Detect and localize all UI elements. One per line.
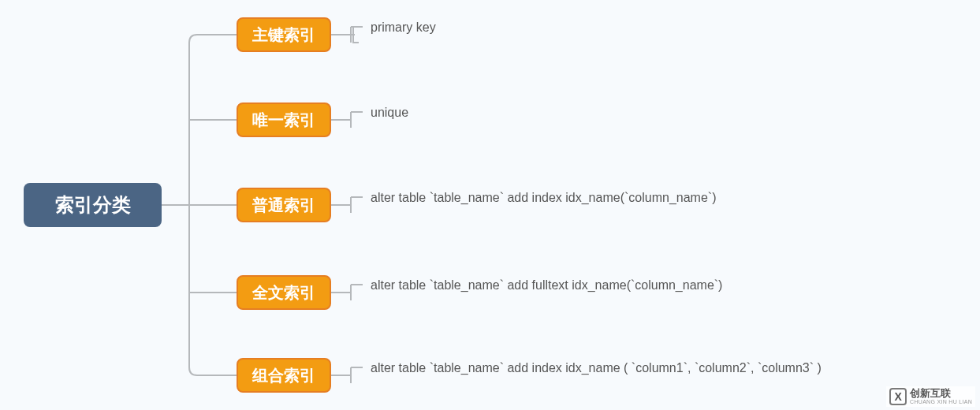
child-node-composite: 组合索引 [237, 358, 331, 393]
child-node-unique: 唯一索引 [237, 102, 331, 137]
watermark: X 创新互联 CHUANG XIN HU LIAN [886, 386, 975, 407]
child-label: 组合索引 [252, 365, 315, 386]
watermark-logo-icon: X [889, 388, 907, 405]
child-desc-fulltext: alter table `table_name` add fulltext id… [371, 278, 722, 293]
child-desc-unique: unique [371, 106, 408, 120]
child-desc-normal: alter table `table_name` add index idx_n… [371, 191, 716, 205]
watermark-line2: CHUANG XIN HU LIAN [910, 399, 972, 405]
child-node-primary-key: 主键索引 [237, 17, 331, 52]
child-label: 普通索引 [252, 195, 315, 216]
watermark-logo-letter: X [894, 390, 901, 403]
child-desc-composite: alter table `table_name` add index idx_n… [371, 361, 822, 375]
child-label: 唯一索引 [252, 110, 315, 131]
child-label: 全文索引 [252, 282, 315, 304]
child-label: 主键索引 [252, 24, 315, 46]
root-node: 索引分类 [24, 183, 162, 227]
child-desc-primary-key: primary key [371, 20, 436, 35]
child-node-normal: 普通索引 [237, 188, 331, 222]
child-node-fulltext: 全文索引 [237, 275, 331, 310]
root-label: 索引分类 [55, 192, 131, 218]
watermark-line1: 创新互联 [910, 388, 972, 399]
